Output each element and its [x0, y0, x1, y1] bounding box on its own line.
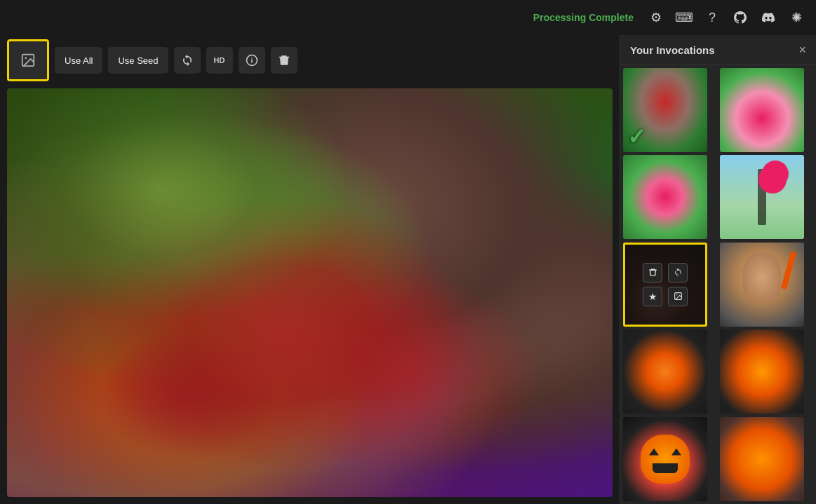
invocation-item[interactable] — [623, 417, 707, 501]
github-icon[interactable] — [730, 8, 750, 27]
main-image — [7, 88, 613, 497]
invocations-grid: ✓ — [620, 65, 816, 504]
invocation-item[interactable] — [720, 417, 804, 501]
overlay-reuse-button[interactable] — [668, 263, 688, 282]
toolbar: Use All Use Seed HD — [7, 35, 613, 88]
invocation-item[interactable] — [720, 243, 804, 327]
overlay-star-button[interactable]: ★ — [643, 287, 662, 306]
hd-button[interactable]: HD — [206, 47, 233, 74]
overlay-delete-button[interactable] — [643, 263, 662, 282]
left-panel: Use All Use Seed HD — [0, 35, 620, 504]
invocation-item[interactable]: ✓ — [623, 68, 707, 152]
invocation-item[interactable] — [720, 68, 804, 152]
invocations-header: Your Invocations × — [620, 35, 816, 65]
keyboard-icon[interactable]: ⌨ — [674, 8, 694, 27]
settings-icon[interactable]: ⚙ — [646, 8, 666, 27]
help-icon[interactable]: ? — [702, 8, 722, 27]
girl-figure — [758, 169, 766, 225]
svg-point-1 — [25, 57, 27, 59]
invocation-item[interactable] — [623, 155, 707, 239]
delete-button[interactable] — [271, 47, 297, 74]
balloon — [762, 161, 789, 187]
info-button[interactable] — [239, 47, 265, 74]
discord-icon[interactable] — [758, 8, 778, 27]
invocation-item[interactable] — [623, 329, 707, 414]
invocations-title: Your Invocations — [630, 44, 715, 56]
main-image-container — [7, 88, 613, 497]
processing-complete-status: Processing Complete — [533, 12, 634, 23]
invocation-overlay: ★ — [625, 245, 705, 325]
overlay-row-bottom: ★ — [643, 287, 688, 306]
sun-icon[interactable]: ✺ — [787, 8, 806, 27]
checkmark-icon: ✓ — [627, 125, 646, 148]
overlay-row-top — [643, 263, 688, 282]
overlay-image-button[interactable] — [668, 287, 688, 306]
right-panel: Your Invocations × ✓ — [620, 35, 816, 504]
invocations-close-button[interactable]: × — [798, 43, 806, 56]
image-thumbnail-button[interactable] — [7, 39, 49, 81]
svg-point-6 — [676, 294, 677, 296]
topbar: Processing Complete ⚙ ⌨ ? ✺ — [0, 0, 816, 35]
main-content: Use All Use Seed HD — [0, 35, 816, 504]
use-all-button[interactable]: Use All — [55, 47, 102, 74]
invocation-item[interactable] — [720, 329, 804, 414]
use-seed-button[interactable]: Use Seed — [108, 47, 168, 74]
recycle-button[interactable] — [174, 47, 201, 74]
invocation-item-selected[interactable]: ★ — [623, 243, 707, 327]
invocation-item[interactable] — [720, 155, 804, 239]
